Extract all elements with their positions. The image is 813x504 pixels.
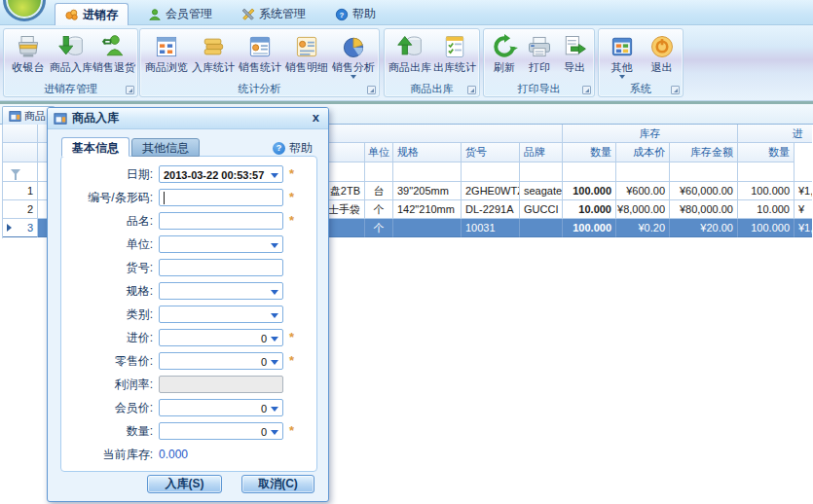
close-icon[interactable]: x [313,110,319,125]
grid-cell[interactable]: 2GHE0WTZ [462,182,520,200]
grid-filter-cell[interactable] [3,162,38,182]
grid-cell[interactable]: 142"210mm [393,200,462,219]
grid-cell[interactable] [520,219,563,237]
grid-cell[interactable]: ¥ [795,200,812,219]
category-input[interactable] [159,306,283,323]
app-menu-orb[interactable] [3,0,46,21]
grid-col-header[interactable]: 成本价 [616,143,670,162]
sales-return-button[interactable]: 销售退货 [92,31,135,82]
grid-filter-cell[interactable] [563,162,616,182]
grid-cell[interactable]: 个 [365,219,393,237]
grid-cell[interactable]: seagate [520,182,563,200]
grid-cell[interactable]: 100.000 [563,182,616,200]
grid-filter-cell[interactable] [365,162,393,182]
date-input[interactable]: 2013-03-22 00:53:57 [159,165,283,183]
member-price-input[interactable]: 0 [159,399,283,416]
chevron-down-icon[interactable] [271,173,278,178]
unit-input[interactable] [159,235,283,253]
grid-cell[interactable]: 10031 [462,219,520,237]
grid-cell[interactable]: 台 [365,182,393,200]
spec-input[interactable] [159,282,283,300]
grid-filter-cell[interactable] [738,162,795,182]
group-dialog-launcher-icon[interactable] [467,86,476,94]
grid-cell[interactable]: 100.000 [738,182,795,200]
grid-cell[interactable] [393,219,462,237]
grid-cell[interactable]: 10.000 [738,200,795,219]
grid-col-header[interactable]: 货号 [462,143,520,162]
grid-col-header[interactable]: 单位 [365,143,393,162]
dialog-title-bar[interactable]: 商品入库 [48,108,328,129]
grid-col-header[interactable]: 品牌 [520,143,563,162]
grid-filter-cell[interactable] [393,162,462,182]
grid-filter-cell[interactable] [616,162,670,182]
chevron-down-icon[interactable] [271,430,278,435]
grid-filter-cell[interactable] [795,162,812,182]
ribbon-tab-help[interactable]: ?帮助 [325,3,386,25]
filter-funnel-icon[interactable] [11,169,20,175]
grid-cell[interactable]: ¥1,0 [795,182,812,200]
grid-cell[interactable]: ¥600.00 [616,182,670,200]
group-dialog-launcher-icon[interactable] [126,86,134,94]
chevron-down-icon[interactable] [271,360,278,365]
grid-col-header-rownum[interactable] [3,143,38,162]
grid-cell[interactable]: ¥1,0 [795,219,812,237]
grid-cell[interactable]: 100.000 [738,219,795,237]
row-number[interactable]: 2 [3,200,38,219]
chevron-down-icon[interactable] [271,243,278,248]
tab-basic-info[interactable]: 基本信息 [61,137,129,157]
ribbon-tab-purchase-sale-inventory[interactable]: 进销存 [55,3,129,25]
purchase-price-input[interactable]: 0 [159,329,283,346]
grid-cell[interactable]: ¥60,000.00 [670,182,738,200]
group-dialog-launcher-icon[interactable] [582,86,591,94]
grid-cell[interactable]: GUCCI [520,200,563,219]
ribbon-tab-member-management[interactable]: 会员管理 [138,3,222,25]
row-number[interactable]: 1 [3,182,38,200]
cashier-button[interactable]: 收银台 [7,31,50,82]
ribbon-tab-system-management[interactable]: 系统管理 [232,3,315,25]
export-button[interactable]: 导出 [557,31,592,82]
grid-cell[interactable]: ¥80,000.00 [670,200,738,219]
grid-filter-cell[interactable] [670,162,738,182]
chevron-down-icon[interactable] [271,290,278,295]
grid-cell[interactable]: 个 [365,200,393,219]
tab-other-info[interactable]: 其他信息 [131,138,200,157]
group-dialog-launcher-icon[interactable] [671,86,680,94]
grid-cell[interactable]: ¥20.00 [670,219,738,237]
grid-cell[interactable]: DL-2291A [462,200,520,219]
grid-cell[interactable]: 10.000 [563,200,616,219]
retail-price-input[interactable]: 0 [159,352,283,370]
chevron-down-icon[interactable] [271,407,278,412]
grid-col-header[interactable]: 数量 [738,143,795,162]
stock-out-button[interactable]: 商品出库 [388,31,432,82]
chevron-down-icon[interactable] [271,337,278,342]
product-name-input[interactable] [159,212,283,230]
chevron-down-icon[interactable] [271,313,278,318]
stock-out-stats-button[interactable]: 出库统计 [432,31,477,82]
product-browse-button[interactable]: 商品浏览 [143,31,190,82]
stock-in-button[interactable]: 商品入库 [50,31,92,82]
other-button[interactable]: 其他 [602,31,642,82]
grid-col-header[interactable]: 规格 [393,143,462,162]
stock-in-submit-button[interactable]: 入库(S) [147,475,222,493]
grid-cell[interactable]: ¥8,000.00 [616,200,670,219]
group-dialog-launcher-icon[interactable] [367,86,376,94]
refresh-button[interactable]: 刷新 [487,31,522,82]
grid-filter-cell[interactable] [462,162,520,182]
help-link[interactable]: ? 帮助 [273,140,313,157]
quantity-input[interactable]: 0 [159,422,283,440]
exit-button[interactable]: 退出 [642,31,682,82]
print-button[interactable]: 打印 [522,31,557,82]
grid-cell[interactable]: 100.000 [563,219,616,237]
sales-analysis-button[interactable]: 销售分析 [330,31,377,82]
sales-stats-button[interactable]: 销售统计 [237,31,283,82]
stock-in-stats-button[interactable]: 入库统计 [190,31,237,82]
sales-detail-button[interactable]: 销售明细 [283,31,330,82]
grid-col-header[interactable]: 库存金额 [670,143,738,162]
row-number[interactable]: 3 [3,219,38,237]
grid-filter-cell[interactable] [520,162,563,182]
item-no-input[interactable] [159,259,283,276]
grid-cell[interactable]: 39"205mm [393,182,462,200]
cancel-button[interactable]: 取消(C) [241,475,314,493]
grid-col-header[interactable]: 数量 [563,143,616,162]
code-barcode-input[interactable] [159,189,283,206]
